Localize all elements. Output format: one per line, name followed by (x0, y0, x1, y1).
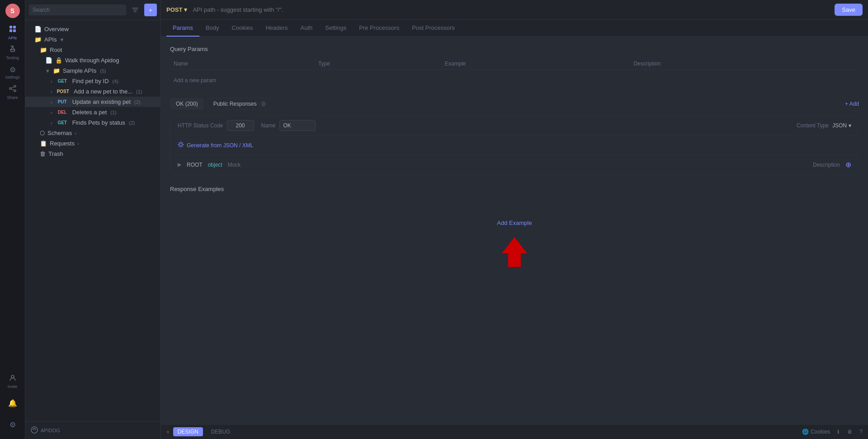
sidebar-item-add-pet[interactable]: › POST Add a new pet to the... (1) (25, 86, 160, 97)
svg-rect-0 (9, 26, 12, 28)
add-pet-label: Add a new pet to the... (74, 88, 132, 95)
sidebar-item-walkthrough[interactable]: 📄 🔒 Walk through Apidog (25, 55, 160, 65)
apis-folder-icon: 📁 (34, 36, 42, 43)
sidebar-item-find-pets-status[interactable]: › GET Finds Pets by status (2) (25, 117, 160, 128)
svg-point-7 (14, 90, 16, 92)
gear-item[interactable]: ⚙ (4, 416, 22, 434)
trash-icon: 🗑 (40, 150, 46, 157)
sidebar-item-apis[interactable]: 📁 APIs ▼ (25, 34, 160, 45)
chevron-right-icon4: › (51, 110, 52, 115)
response-detail-row: HTTP Status Code 200 Name OK Content Typ… (170, 116, 859, 136)
share-label: Share (7, 95, 18, 100)
find-pets-status-label: Finds Pets by status (72, 119, 125, 126)
sidebar-item-share[interactable]: Share (4, 83, 22, 101)
name-value[interactable]: OK (279, 120, 316, 131)
sidebar-item-settings[interactable]: ⚙ Settings (4, 63, 22, 81)
testing-icon (9, 45, 17, 55)
sidebar-item-invite[interactable]: Invite (4, 372, 22, 390)
col-description: Description (630, 58, 859, 70)
schema-row: ▶ ROOT object Mock Description ⊕ (170, 155, 859, 174)
user-avatar[interactable]: S (5, 4, 20, 18)
lock-icon: 🔒 (55, 57, 62, 64)
public-responses-tab[interactable]: Public Responses 0 (208, 98, 274, 110)
response-examples-title: Response Examples (170, 186, 859, 192)
top-bar: POST ▾ Save (161, 0, 868, 20)
add-param-row[interactable]: Add a new param (170, 74, 859, 87)
bottom-bar: « DESIGN DEBUG 🌐 Cookies ℹ 🖥 ? (161, 424, 868, 439)
back-button[interactable]: « (166, 429, 170, 435)
tab-headers[interactable]: Headers (259, 20, 294, 37)
add-response-button[interactable]: + Add (845, 101, 859, 107)
svg-rect-3 (13, 29, 16, 32)
notifications-item[interactable]: 🔔 (4, 394, 22, 412)
testing-label: Testing (6, 56, 19, 60)
svg-rect-2 (9, 29, 12, 32)
settings-label: Settings (5, 75, 20, 79)
chevron-down-icon: ▼ (45, 68, 50, 74)
tab-post-processors[interactable]: Post Processors (406, 20, 461, 37)
status-code-group: HTTP Status Code 200 (178, 120, 254, 131)
chevron-schemas-icon: › (75, 131, 76, 136)
tab-body[interactable]: Body (199, 20, 226, 37)
sidebar-item-apis[interactable]: APIs (4, 23, 22, 42)
add-button[interactable]: + (144, 4, 157, 16)
save-button[interactable]: Save (835, 4, 863, 16)
info-icon[interactable]: ℹ (837, 429, 840, 435)
sidebar-item-delete-pet[interactable]: › DEL Deletes a pet (1) (25, 107, 160, 117)
chevron-right-icon2: › (51, 89, 52, 94)
name-group: Name OK (261, 120, 789, 131)
ok-200-tab[interactable]: OK (200) (170, 98, 204, 110)
cookies-link[interactable]: 🌐 Cookies (802, 429, 830, 435)
tab-settings[interactable]: Settings (319, 20, 353, 37)
mock-label: Mock (228, 162, 241, 168)
svg-point-6 (14, 85, 16, 87)
method-chevron: ▾ (184, 6, 187, 13)
sidebar-item-testing[interactable]: Testing (4, 43, 22, 61)
debug-tab[interactable]: DEBUG (207, 427, 235, 436)
response-detail: HTTP Status Code 200 Name OK Content Typ… (170, 115, 859, 175)
chevron-right-icon3: › (51, 99, 52, 105)
root-schema-name: ROOT (187, 162, 203, 168)
sidebar-item-requests[interactable]: 📋 Requests › (25, 138, 160, 149)
help-icon[interactable]: ? (859, 429, 863, 435)
sidebar-item-sample-apis[interactable]: ▼ 📁 Sample APIs (5) (25, 65, 160, 76)
sidebar-item-overview[interactable]: 📄 Overview (25, 24, 160, 34)
design-tab[interactable]: DESIGN (173, 427, 203, 436)
sidebar-item-update-pet[interactable]: › PUT Update an existing pet (2) (25, 97, 160, 107)
add-schema-button[interactable]: ⊕ (845, 160, 851, 169)
notifications-icon: 🔔 (8, 399, 17, 407)
method-badge-get: GET (55, 78, 70, 84)
tab-params[interactable]: Params (166, 20, 199, 37)
generate-from-json-button[interactable]: Generate from JSON / XML (170, 136, 859, 155)
sidebar-bottom: Invite 🔔 ⚙ (4, 372, 22, 439)
search-input[interactable] (29, 5, 126, 15)
tab-cookies[interactable]: Cookies (225, 20, 259, 37)
sidebar-item-schemas[interactable]: ⬡ Schemas › (25, 128, 160, 138)
tab-pre-processors[interactable]: Pre Processors (353, 20, 406, 37)
public-responses-label: Public Responses (213, 101, 257, 107)
tab-auth[interactable]: Auth (294, 20, 319, 37)
method-select[interactable]: POST ▾ (166, 6, 187, 13)
expand-arrow[interactable]: ▶ (178, 162, 181, 168)
col-example: Example (441, 58, 630, 70)
filter-button[interactable] (129, 4, 142, 16)
chevron-requests-icon: › (77, 141, 79, 146)
sidebar-item-root[interactable]: 📁 Root (25, 45, 160, 55)
sidebar-item-find-pet[interactable]: › GET Find pet by ID (4) (25, 76, 160, 86)
name-label: Name (261, 122, 276, 129)
doc-icon: 📄 (45, 57, 52, 64)
add-example-link[interactable]: Add Example (497, 220, 532, 226)
arrow-head (502, 237, 527, 253)
url-input[interactable] (191, 5, 831, 15)
settings2-icon[interactable]: 🖥 (847, 429, 852, 435)
response-examples: Response Examples Add Example (170, 186, 859, 288)
svg-line-8 (11, 87, 14, 88)
sidebar-header: + (25, 0, 160, 20)
tabs-bar: Params Body Cookies Headers Auth Setting… (161, 20, 868, 37)
content-type-select[interactable]: JSON ▾ (832, 122, 851, 129)
method-badge-post: POST (55, 89, 71, 94)
bottom-right: 🌐 Cookies ℹ 🖥 ? (802, 429, 863, 435)
status-code-value[interactable]: 200 (227, 120, 254, 131)
invite-icon (9, 374, 17, 383)
sidebar-item-trash[interactable]: 🗑 Trash (25, 149, 160, 159)
